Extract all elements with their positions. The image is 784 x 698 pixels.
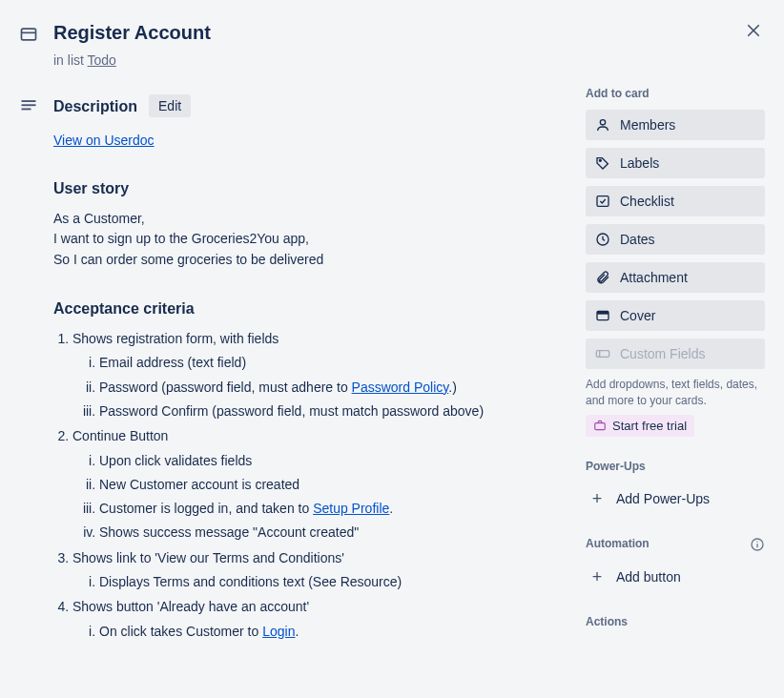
custom-fields-icon [595,346,610,361]
user-story-heading: User story [53,177,570,199]
attachment-button[interactable]: Attachment [586,262,765,293]
view-on-userdoc-link[interactable]: View on Userdoc [53,133,155,148]
clock-icon [595,232,610,247]
svg-rect-9 [597,196,609,207]
card-title[interactable]: Register Account [53,19,570,47]
card-list-location: in list Todo [53,51,570,70]
paperclip-icon [595,270,610,285]
setup-profile-link[interactable]: Setup Profile [313,501,389,516]
ac-subitem: On click takes Customer to Login. [99,622,570,641]
ac-subitem: Upon click validates fields [99,451,570,470]
tag-icon [595,155,610,171]
ac-subitem: New Customer account is created [99,475,570,494]
svg-point-8 [599,160,601,162]
cover-button[interactable]: Cover [586,300,765,331]
plus-icon: + [589,568,605,585]
ac-subitem: Password Confirm (password field, must m… [99,401,570,421]
ac-item: Shows link to 'View our Terms and Condit… [72,548,570,592]
checklist-icon [595,194,610,209]
labels-button[interactable]: Labels [586,148,765,178]
user-icon [595,117,610,133]
svg-point-18 [756,541,757,542]
acceptance-criteria-heading: Acceptance criteria [53,298,570,319]
svg-point-7 [600,120,605,125]
cover-icon [595,308,610,323]
password-policy-link[interactable]: Password Policy [352,380,449,395]
checklist-button[interactable]: Checklist [586,186,765,216]
actions-heading: Actions [586,614,765,630]
dates-button[interactable]: Dates [586,224,765,255]
ac-subitem: Email address (text field) [99,353,570,372]
add-to-card-heading: Add to card [586,86,765,102]
svg-rect-15 [595,423,606,430]
info-icon[interactable] [750,537,765,552]
login-link[interactable]: Login [262,624,295,639]
svg-rect-12 [597,312,609,315]
edit-description-button[interactable]: Edit [149,94,191,117]
close-icon [745,22,762,39]
user-story-line: I want to sign up to the Groceries2You a… [53,229,570,250]
svg-rect-13 [596,351,609,358]
user-story-line: As a Customer, [53,209,570,230]
close-button[interactable] [738,15,769,46]
ac-subitem: Shows success message "Account created" [99,523,570,542]
user-story-line: So I can order some groceries to be deli… [53,250,570,271]
acceptance-criteria-list: Shows registration form, with fields Ema… [53,329,570,641]
members-button[interactable]: Members [586,110,765,140]
plus-icon: + [589,490,605,507]
svg-rect-3 [22,105,36,107]
ac-subitem: Displays Terms and conditions text (See … [99,572,570,591]
ac-subitem: Customer is logged in, and taken to Setu… [99,499,570,518]
svg-rect-2 [22,100,36,102]
svg-rect-4 [22,109,31,111]
custom-fields-hint: Add dropdowns, text fields, dates, and m… [586,377,765,409]
description-heading: Description [53,95,137,117]
power-ups-heading: Power-Ups [586,459,765,475]
start-free-trial-button[interactable]: Start free trial [586,415,694,437]
card-icon [19,25,38,44]
ac-item: Shows button 'Already have an account' O… [72,597,570,641]
list-link[interactable]: Todo [88,52,116,68]
briefcase-icon [593,419,607,432]
ac-subitem: Password (password field, must adhere to… [99,378,570,397]
ac-item: Continue Button Upon click validates fie… [72,426,570,542]
automation-heading: Automation [586,536,650,552]
ac-item: Shows registration form, with fields Ema… [72,329,570,421]
svg-rect-0 [22,29,36,40]
add-power-ups-button[interactable]: + Add Power-Ups [586,482,765,515]
description-icon [19,96,38,115]
custom-fields-button[interactable]: Custom Fields [586,339,765,369]
description-body: View on Userdoc User story As a Customer… [53,131,570,641]
add-automation-button[interactable]: + Add button [586,561,765,593]
